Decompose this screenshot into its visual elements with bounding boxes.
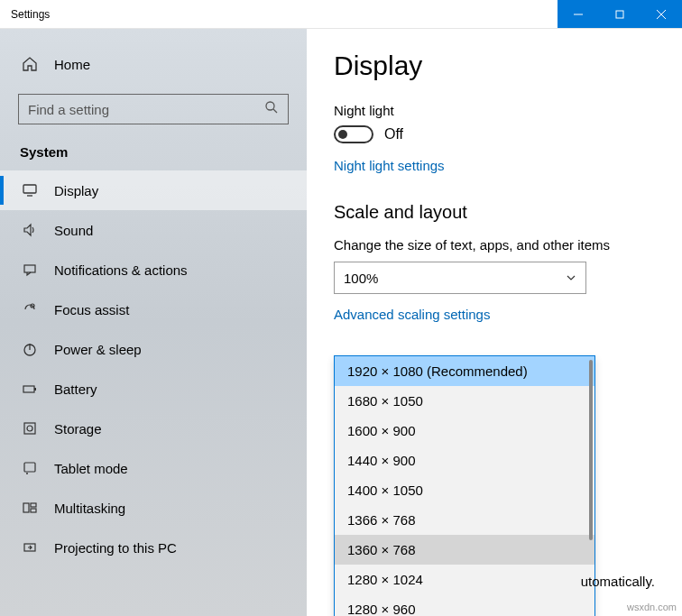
sidebar-item-projecting-to-this-pc[interactable]: Projecting to this PC — [0, 528, 307, 567]
sidebar-item-label: Sound — [54, 223, 93, 238]
focus-icon — [22, 301, 38, 317]
svg-rect-8 — [24, 265, 35, 272]
search-input[interactable] — [18, 94, 289, 124]
resolution-option[interactable]: 1280 × 1024 — [335, 565, 594, 594]
minimize-button[interactable] — [558, 0, 599, 28]
content-area: Display Night light Off Night light sett… — [307, 29, 682, 616]
sidebar-item-label: Projecting to this PC — [54, 540, 177, 556]
sidebar-item-power-sleep[interactable]: Power & sleep — [0, 329, 307, 369]
sidebar-item-label: Notifications & actions — [54, 262, 188, 278]
window-title: Settings — [0, 8, 558, 21]
svg-point-15 — [27, 426, 32, 431]
scale-heading: Scale and layout — [334, 202, 655, 223]
sidebar-item-focus-assist[interactable]: Focus assist — [0, 290, 307, 329]
svg-rect-19 — [31, 503, 36, 507]
svg-rect-13 — [34, 388, 36, 391]
scale-value: 100% — [344, 271, 378, 286]
resolution-dropdown-list[interactable]: 1920 × 1080 (Recommended)1680 × 10501600… — [334, 355, 595, 616]
svg-rect-1 — [616, 11, 623, 18]
night-light-settings-link[interactable]: Night light settings — [334, 158, 445, 173]
sidebar-item-sound[interactable]: Sound — [0, 210, 307, 250]
footer-text-fragment: utomatically. — [581, 574, 655, 589]
advanced-scaling-link[interactable]: Advanced scaling settings — [334, 307, 490, 322]
resolution-option[interactable]: 1360 × 768 — [335, 535, 594, 565]
storage-icon — [22, 420, 38, 437]
svg-rect-12 — [23, 386, 34, 392]
sidebar-item-multitasking[interactable]: Multitasking — [0, 488, 307, 528]
resolution-option[interactable]: 1400 × 1050 — [335, 475, 594, 505]
home-nav[interactable]: Home — [0, 47, 307, 81]
svg-rect-14 — [24, 423, 35, 434]
scale-dropdown[interactable]: 100% — [334, 262, 586, 294]
svg-point-4 — [266, 102, 274, 110]
tablet-icon — [22, 460, 38, 476]
night-light-state: Off — [384, 126, 403, 143]
svg-rect-6 — [23, 185, 36, 193]
sound-icon — [22, 222, 38, 238]
svg-rect-16 — [24, 463, 35, 472]
resolution-option[interactable]: 1600 × 900 — [335, 416, 594, 446]
sidebar-item-battery[interactable]: Battery — [0, 369, 307, 409]
power-icon — [22, 341, 38, 357]
sidebar: Home System DisplaySoundNotifications & … — [0, 29, 307, 616]
sidebar-item-display[interactable]: Display — [0, 170, 307, 210]
multitasking-icon — [22, 500, 38, 516]
sidebar-item-label: Storage — [54, 421, 102, 437]
projecting-icon — [22, 539, 38, 556]
sidebar-item-label: Display — [54, 183, 98, 198]
category-heading: System — [0, 141, 307, 170]
display-icon — [22, 182, 38, 198]
resolution-option[interactable]: 1920 × 1080 (Recommended) — [335, 356, 594, 386]
svg-point-17 — [26, 473, 28, 474]
resolution-option[interactable]: 1366 × 768 — [335, 505, 594, 535]
scrollbar[interactable] — [589, 360, 593, 540]
watermark: wsxdn.com — [627, 602, 677, 612]
chevron-down-icon — [566, 271, 576, 286]
sidebar-item-label: Battery — [54, 382, 97, 397]
maximize-button[interactable] — [599, 0, 641, 28]
scale-description: Change the size of text, apps, and other… — [334, 237, 655, 253]
close-button[interactable] — [641, 0, 682, 28]
home-label: Home — [54, 57, 90, 72]
resolution-option[interactable]: 1680 × 1050 — [335, 386, 594, 416]
page-title: Display — [334, 51, 655, 81]
svg-rect-20 — [31, 509, 36, 512]
sidebar-item-storage[interactable]: Storage — [0, 409, 307, 448]
svg-rect-18 — [23, 503, 29, 512]
resolution-option[interactable]: 1440 × 900 — [335, 446, 594, 475]
notifications-icon — [22, 262, 38, 278]
search-icon — [264, 100, 279, 118]
night-light-toggle[interactable] — [334, 125, 373, 143]
resolution-option[interactable]: 1280 × 960 — [335, 594, 594, 616]
night-light-label: Night light — [334, 103, 655, 118]
sidebar-item-label: Tablet mode — [54, 461, 128, 476]
svg-line-5 — [273, 109, 277, 113]
home-icon — [22, 56, 38, 72]
sidebar-item-label: Multitasking — [54, 501, 125, 516]
sidebar-item-label: Focus assist — [54, 302, 129, 317]
sidebar-item-notifications-actions[interactable]: Notifications & actions — [0, 250, 307, 290]
sidebar-item-label: Power & sleep — [54, 342, 142, 357]
battery-icon — [22, 381, 38, 397]
sidebar-item-tablet-mode[interactable]: Tablet mode — [0, 448, 307, 488]
